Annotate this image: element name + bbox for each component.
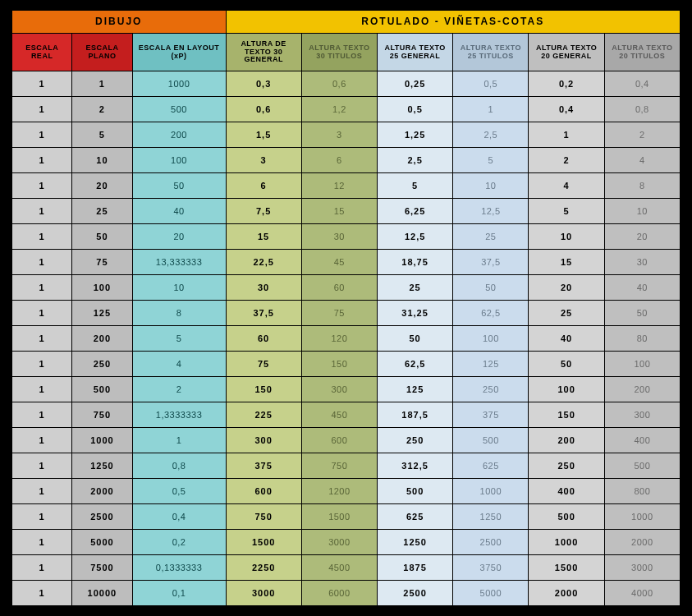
cell-t25g: 31,25 [377, 301, 452, 326]
cell-t30g: 1,5 [226, 122, 301, 148]
cell-t30g: 60 [226, 326, 301, 352]
cell-t20t: 80 [604, 326, 680, 352]
cell-t20t: 2000 [604, 530, 680, 555]
cell-real: 1 [12, 504, 72, 530]
cell-t20g: 100 [529, 377, 604, 402]
cell-t30g: 0,3 [226, 71, 301, 97]
cell-plano: 250 [72, 352, 132, 377]
cell-plano: 1 [72, 71, 132, 97]
cell-layout: 4 [132, 352, 226, 377]
cell-t30g: 300 [226, 428, 301, 453]
cell-t25g: 1,25 [377, 122, 452, 148]
table-row: 175000,1333333225045001875375015003000 [12, 555, 681, 581]
col-header-escala-layout: ESCALA EN LAYOUT (xP) [132, 34, 226, 71]
cell-t20t: 30 [604, 250, 680, 275]
cell-real: 1 [12, 250, 72, 275]
cell-t20g: 10 [529, 224, 604, 250]
cell-t25t: 1000 [453, 479, 529, 504]
cell-plano: 1000 [72, 428, 132, 453]
cell-t30t: 450 [301, 402, 377, 428]
table-row: 110100362,5524 [12, 148, 681, 173]
cell-real: 1 [12, 122, 72, 148]
cell-real: 1 [12, 224, 72, 250]
table-row: 17513,33333322,54518,7537,51530 [12, 250, 681, 275]
cell-layout: 1000 [132, 71, 226, 97]
cell-layout: 8 [132, 301, 226, 326]
table-row: 1110000,30,60,250,50,20,4 [12, 71, 681, 97]
cell-layout: 0,5 [132, 479, 226, 504]
col-header-escala-real: ESCALA REAL [12, 34, 72, 71]
cell-t20t: 3000 [604, 555, 680, 581]
cell-t25t: 10 [453, 173, 529, 199]
cell-t20g: 250 [529, 453, 604, 479]
cell-t20g: 40 [529, 326, 604, 352]
cell-t20g: 500 [529, 504, 604, 530]
cell-t25t: 5 [453, 148, 529, 173]
super-header-dibujo: DIBUJO [12, 11, 227, 34]
col-header-t30-general: ALTURA DE TEXTO 30 GENERAL [226, 34, 301, 71]
cell-real: 1 [12, 453, 72, 479]
cell-real: 1 [12, 402, 72, 428]
cell-t30g: 7,5 [226, 199, 301, 224]
cell-t30t: 12 [301, 173, 377, 199]
table-row: 15002150300125250100200 [12, 377, 681, 402]
cell-real: 1 [12, 173, 72, 199]
cell-t25g: 0,5 [377, 97, 452, 122]
cell-t20t: 400 [604, 428, 680, 453]
cell-t25g: 62,5 [377, 352, 452, 377]
cell-t25g: 312,5 [377, 453, 452, 479]
cell-t25g: 6,25 [377, 199, 452, 224]
cell-plano: 10000 [72, 581, 132, 606]
cell-t25g: 18,75 [377, 250, 452, 275]
cell-t20t: 40 [604, 275, 680, 301]
cell-t20g: 5 [529, 199, 604, 224]
cell-t20t: 4000 [604, 581, 680, 606]
cell-t25t: 125 [453, 352, 529, 377]
cell-real: 1 [12, 326, 72, 352]
cell-t30t: 4500 [301, 555, 377, 581]
cell-t20g: 15 [529, 250, 604, 275]
cell-t30g: 150 [226, 377, 301, 402]
cell-t30t: 45 [301, 250, 377, 275]
table-row: 150000,2150030001250250010002000 [12, 530, 681, 555]
cell-t20g: 150 [529, 402, 604, 428]
cell-t20g: 200 [529, 428, 604, 453]
cell-layout: 200 [132, 122, 226, 148]
cell-t30g: 375 [226, 453, 301, 479]
cell-t25g: 25 [377, 275, 452, 301]
cell-t20g: 2000 [529, 581, 604, 606]
cell-real: 1 [12, 581, 72, 606]
cell-plano: 1250 [72, 453, 132, 479]
cell-plano: 750 [72, 402, 132, 428]
col-header-t20-titulos: ALTURA TEXTO 20 TITULOS [604, 34, 680, 71]
cell-t25g: 5 [377, 173, 452, 199]
table-row: 125000,4750150062512505001000 [12, 504, 681, 530]
table-row: 125000,61,20,510,40,8 [12, 97, 681, 122]
cell-t30t: 120 [301, 326, 377, 352]
cell-t25g: 50 [377, 326, 452, 352]
cell-t30g: 30 [226, 275, 301, 301]
cell-real: 1 [12, 428, 72, 453]
table-row: 1125837,57531,2562,52550 [12, 301, 681, 326]
cell-t20g: 0,4 [529, 97, 604, 122]
cell-t30g: 600 [226, 479, 301, 504]
cell-plano: 50 [72, 224, 132, 250]
cell-t30t: 300 [301, 377, 377, 402]
cell-t20g: 400 [529, 479, 604, 504]
cell-t25t: 100 [453, 326, 529, 352]
cell-t25g: 1875 [377, 555, 452, 581]
table-row: 1200560120501004080 [12, 326, 681, 352]
cell-t30g: 1500 [226, 530, 301, 555]
cell-layout: 500 [132, 97, 226, 122]
cell-layout: 0,1 [132, 581, 226, 606]
cell-t25g: 250 [377, 428, 452, 453]
cell-t20t: 4 [604, 148, 680, 173]
cell-t30t: 1,2 [301, 97, 377, 122]
cell-plano: 125 [72, 301, 132, 326]
cell-t25g: 12,5 [377, 224, 452, 250]
col-header-t25-general: ALTURA TEXTO 25 GENERAL [377, 34, 452, 71]
cell-t20g: 25 [529, 301, 604, 326]
cell-layout: 10 [132, 275, 226, 301]
cell-layout: 1,3333333 [132, 402, 226, 428]
cell-t20t: 10 [604, 199, 680, 224]
